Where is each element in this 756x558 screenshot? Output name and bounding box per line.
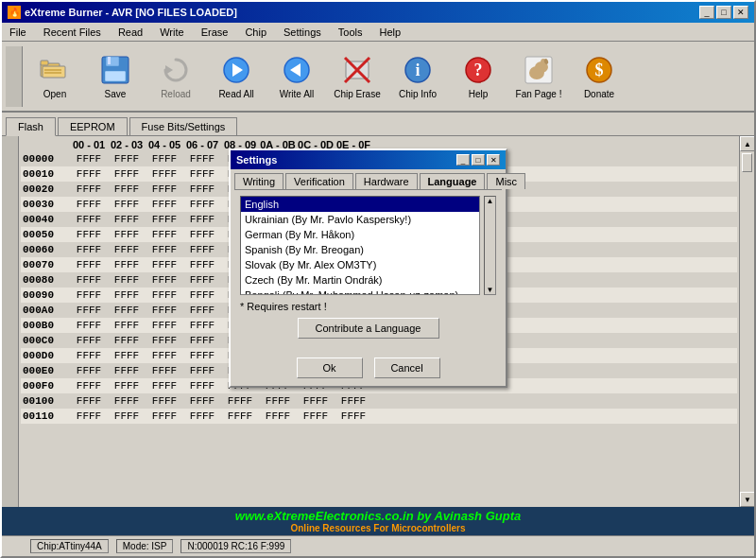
listbox-scroll-down[interactable]: ▼	[485, 286, 495, 294]
dialog-title: Settings	[236, 154, 277, 166]
ok-button[interactable]: Ok	[297, 357, 363, 378]
dialog-titlebar: Settings _ □ ✕	[231, 150, 506, 169]
dialog-tab-verification[interactable]: Verification	[285, 173, 353, 189]
dialog-buttons: Ok Cancel	[231, 352, 506, 386]
contribute-button[interactable]: Contribute a Language	[298, 318, 439, 339]
dialog-tab-writing[interactable]: Writing	[234, 173, 284, 189]
listbox-scroll-up[interactable]: ▲	[485, 197, 495, 205]
dialog-maximize-button[interactable]: □	[472, 154, 485, 166]
dialog-overlay: Settings _ □ ✕ Writing Verification Hard…	[2, 2, 754, 556]
dialog-minimize-button[interactable]: _	[456, 154, 470, 166]
lang-german[interactable]: German (By Mr. Håkon)	[241, 227, 479, 242]
listbox-scroll-track	[485, 205, 495, 286]
cancel-button[interactable]: Cancel	[374, 357, 440, 378]
listbox-scrollbar[interactable]: ▲ ▼	[484, 196, 496, 295]
settings-dialog: Settings _ □ ✕ Writing Verification Hard…	[229, 148, 507, 388]
dialog-close-button[interactable]: ✕	[487, 154, 500, 166]
dialog-title-buttons: _ □ ✕	[456, 154, 500, 166]
dialog-content: English Ukrainian (By Mr. Pavlo Kaspersk…	[234, 189, 502, 352]
dialog-tab-hardware[interactable]: Hardware	[355, 173, 418, 189]
lang-spanish[interactable]: Spanish (By Mr. Breogan)	[241, 242, 479, 257]
lang-english[interactable]: English	[241, 197, 479, 212]
lang-ukrainian[interactable]: Ukrainian (By Mr. Pavlo Kaspersky!)	[241, 212, 479, 227]
dialog-tab-misc[interactable]: Misc	[487, 173, 525, 189]
language-section: English Ukrainian (By Mr. Pavlo Kaspersk…	[240, 196, 496, 295]
lang-slovak[interactable]: Slovak (By Mr. Alex OM3TY)	[241, 257, 479, 272]
dialog-tabs: Writing Verification Hardware Language M…	[231, 169, 506, 189]
language-listbox[interactable]: English Ukrainian (By Mr. Pavlo Kaspersk…	[240, 196, 480, 295]
restart-note: * Requires restart !	[240, 301, 496, 312]
main-window: 🔥 eXtreme Burner - AVR [NO FILES LOADED]…	[0, 0, 756, 558]
lang-czech[interactable]: Czech (By Mr. Martin Ondrák)	[241, 272, 479, 288]
lang-bengali[interactable]: Bengali (By Mr. Muhammad Hasan-uz-zaman)	[241, 288, 479, 295]
dialog-tab-language[interactable]: Language	[420, 173, 486, 189]
